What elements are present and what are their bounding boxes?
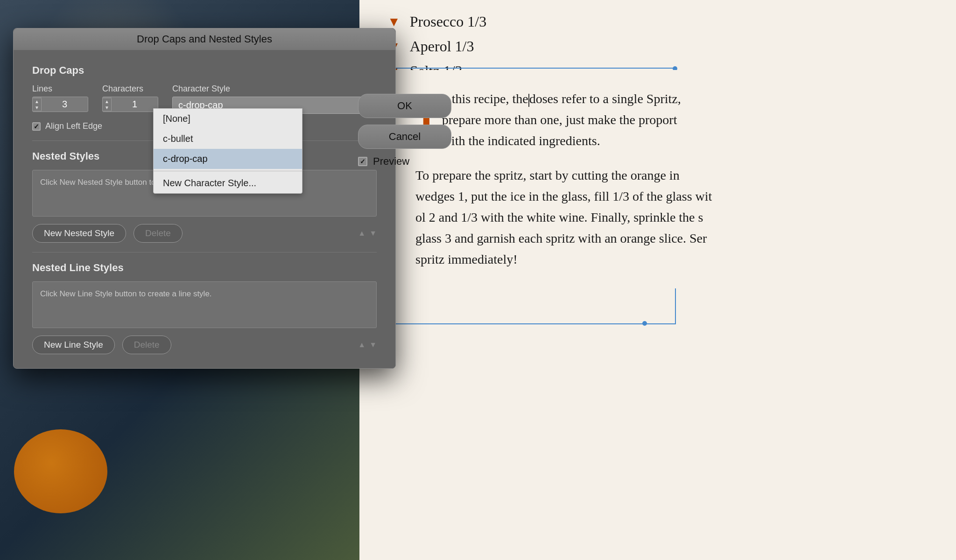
cancel-button[interactable]: Cancel bbox=[358, 125, 451, 149]
dropdown-item-new-character-style[interactable]: New Character Style... bbox=[154, 173, 302, 193]
preview-checkbox[interactable] bbox=[358, 157, 367, 166]
funnel-icon: ▼ bbox=[387, 14, 401, 29]
characters-spinner[interactable]: ▲ ▼ 1 bbox=[102, 97, 158, 112]
line-style-up-button[interactable]: ▲ bbox=[358, 341, 366, 349]
delete-nested-style-button[interactable]: Delete bbox=[134, 224, 183, 243]
spinner-down-arrow[interactable]: ▼ bbox=[105, 105, 109, 111]
dropdown-item-none[interactable]: [None] bbox=[154, 109, 302, 129]
drop-caps-section-label: Drop Caps bbox=[32, 64, 377, 77]
nested-styles-arrow-buttons: ▲ ▼ bbox=[358, 229, 377, 238]
recipe-item-text: Prosecco 1/3 bbox=[410, 13, 486, 30]
paragraph-text: To prepare the spritz, start by cutting … bbox=[415, 165, 910, 270]
nested-style-up-button[interactable]: ▲ bbox=[358, 229, 366, 238]
recipe-item-text: Aperol 1/3 bbox=[410, 38, 474, 55]
character-style-label: Character Style bbox=[172, 84, 377, 94]
paragraph-text: n this recipe, thedoses refer to a singl… bbox=[442, 89, 681, 151]
nested-style-down-button[interactable]: ▼ bbox=[369, 229, 377, 238]
preview-row: Preview bbox=[358, 155, 451, 168]
nested-styles-hint: Click New Nested Style button to c bbox=[40, 178, 162, 187]
text-cursor bbox=[528, 94, 529, 107]
list-item: ▼ Prosecco 1/3 bbox=[387, 9, 928, 34]
nested-line-styles-box: Click New Line Style button to create a … bbox=[32, 281, 377, 328]
selection-handle[interactable] bbox=[642, 321, 647, 326]
nested-styles-buttons: New Nested Style Delete ▲ ▼ bbox=[32, 224, 377, 243]
ok-button[interactable]: OK bbox=[358, 94, 451, 118]
nested-line-styles-hint: Click New Line Style button to create a … bbox=[40, 289, 212, 298]
dialog-titlebar: Drop Caps and Nested Styles bbox=[14, 28, 395, 50]
dialog-body: Drop Caps Lines ▲ ▼ 3 Characters ▲ bbox=[14, 50, 395, 368]
line-style-down-button[interactable]: ▼ bbox=[369, 341, 377, 349]
new-line-style-button[interactable]: New Line Style bbox=[32, 336, 115, 354]
dialog-actions: OK Cancel Preview bbox=[358, 94, 451, 168]
document-page: I n this recipe, thedoses refer to a sin… bbox=[387, 70, 938, 288]
spinner-arrows[interactable]: ▲ ▼ bbox=[33, 98, 42, 111]
new-nested-style-button[interactable]: New Nested Style bbox=[32, 224, 126, 243]
align-left-edge-checkbox[interactable] bbox=[32, 122, 41, 131]
separator bbox=[32, 252, 377, 252]
lines-spinner[interactable]: ▲ ▼ 3 bbox=[32, 97, 88, 112]
dialog-title: Drop Caps and Nested Styles bbox=[137, 33, 272, 45]
characters-label: Characters bbox=[102, 84, 158, 94]
characters-field-group: Characters ▲ ▼ 1 bbox=[102, 84, 158, 112]
lines-field-group: Lines ▲ ▼ 3 bbox=[32, 84, 88, 112]
characters-value[interactable]: 1 bbox=[112, 97, 158, 112]
spinner-down-arrow[interactable]: ▼ bbox=[35, 105, 39, 111]
preview-label: Preview bbox=[373, 155, 409, 168]
nested-line-styles-buttons: New Line Style Delete ▲ ▼ bbox=[32, 336, 377, 354]
character-style-dropdown-menu[interactable]: [None] c-bullet c-drop-cap New Character… bbox=[153, 108, 302, 194]
nested-line-styles-label: Nested Line Styles bbox=[32, 262, 377, 274]
align-left-edge-label: Align Left Edge bbox=[45, 121, 102, 131]
drop-caps-dialog: Drop Caps and Nested Styles Drop Caps Li… bbox=[13, 28, 396, 369]
orange-decoration bbox=[14, 429, 107, 513]
lines-value[interactable]: 3 bbox=[42, 97, 88, 112]
spinner-arrows[interactable]: ▲ ▼ bbox=[103, 98, 112, 111]
dropdown-item-c-drop-cap[interactable]: c-drop-cap bbox=[154, 149, 302, 169]
delete-line-style-button[interactable]: Delete bbox=[122, 336, 171, 354]
dropdown-item-c-bullet[interactable]: c-bullet bbox=[154, 129, 302, 149]
list-item: ▼ Aperol 1/3 bbox=[387, 34, 928, 59]
line-styles-arrow-buttons: ▲ ▼ bbox=[358, 341, 377, 349]
dropdown-divider bbox=[154, 171, 302, 171]
spinner-up-arrow[interactable]: ▲ bbox=[105, 98, 109, 105]
spinner-up-arrow[interactable]: ▲ bbox=[35, 98, 39, 105]
lines-label: Lines bbox=[32, 84, 88, 94]
